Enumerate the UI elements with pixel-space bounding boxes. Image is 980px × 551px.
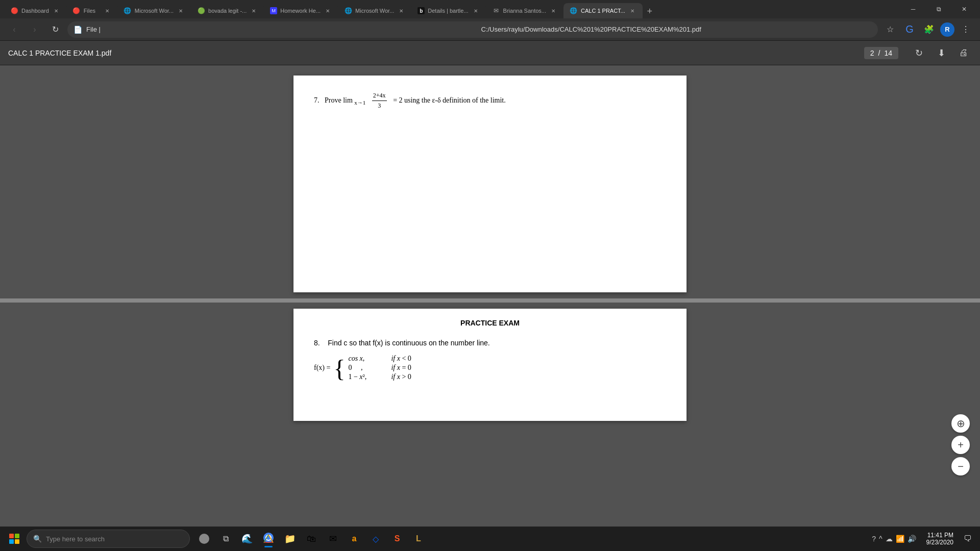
pdf-title: CALC 1 PRACTICE EXAM 1.pdf (8, 49, 864, 57)
pdf-print-button[interactable]: 🖨 (955, 45, 972, 61)
start-icon (9, 534, 19, 544)
tab-calc-close[interactable]: ✕ (628, 7, 636, 15)
swipe-icon: S (395, 534, 400, 543)
zoom-out-button[interactable]: − (951, 457, 970, 475)
tab-homework-close[interactable]: ✕ (324, 7, 332, 15)
forward-button[interactable]: › (27, 21, 43, 38)
tab-bovada-close[interactable]: ✕ (250, 7, 258, 15)
taskbar-apps: ⧉ 🌊 📁 (192, 529, 866, 549)
close-button[interactable]: ✕ (952, 0, 976, 18)
piecewise-row-3: 1 − x², if x > 0 (348, 373, 411, 381)
q7-numerator: 2+4x (372, 91, 387, 101)
q8-number: 8. (314, 339, 326, 347)
taskbar-chrome[interactable] (258, 529, 279, 549)
google-account-icon[interactable]: G (901, 21, 918, 38)
taskbar-search[interactable]: 🔍 Type here to search (27, 530, 190, 548)
volume-icon[interactable]: 🔊 (908, 535, 916, 543)
taskbar-edge[interactable]: 🌊 (237, 529, 257, 549)
tab-bovada[interactable]: 🟢 bovada legit -... ✕ (191, 3, 264, 18)
pdf-download-button[interactable]: ⬇ (933, 45, 949, 61)
tab-brianna-close[interactable]: ✕ (549, 7, 557, 15)
taskbar-store[interactable]: 🛍 (301, 529, 322, 549)
address-bar[interactable]: 📄 File | C:/Users/raylu/Downloads/CALC%2… (67, 21, 878, 38)
tab-calc[interactable]: 🌐 CALC 1 PRACT... ✕ (564, 3, 643, 18)
question-8: 8. Find c so that f(x) is continuous on … (314, 337, 666, 348)
tab-homework[interactable]: M Homework He... ✕ (264, 3, 338, 18)
reload-button[interactable]: ↻ (47, 21, 63, 38)
help-icon[interactable]: ? (872, 535, 876, 543)
zoom-in-button[interactable]: + (951, 436, 970, 454)
start-button[interactable] (4, 529, 24, 549)
msword1-favicon: 🌐 (124, 7, 132, 15)
tab-bovada-label: bovada legit -... (208, 8, 247, 14)
tab-files[interactable]: 🔴 Files ✕ (66, 3, 117, 18)
q7-number: 7. Prove lim (314, 96, 353, 104)
page-divider (0, 298, 980, 303)
new-tab-button[interactable]: + (643, 4, 657, 18)
back-button[interactable]: ‹ (6, 21, 22, 38)
tab-bartleby[interactable]: b Details | bartle... ✕ (411, 3, 485, 18)
tab-msword1[interactable]: 🌐 Microsoft Wor... ✕ (117, 3, 191, 18)
cloud-icon[interactable]: ☁ (886, 535, 893, 543)
extensions-button[interactable]: 🧩 (921, 21, 937, 38)
taskbar-clock[interactable]: 11:41 PM 9/23/2020 (922, 532, 958, 546)
expand-tray-icon[interactable]: ^ (879, 535, 883, 543)
taskbar-taskview[interactable]: ⧉ (215, 529, 236, 549)
user-avatar[interactable]: R (940, 22, 954, 37)
case3-cond: if x > 0 (391, 373, 411, 381)
tab-msword2[interactable]: 🌐 Microsoft Wor... ✕ (338, 3, 411, 18)
pdf-rotate-button[interactable]: ↻ (911, 45, 927, 61)
browser-frame: 🔴 Dashboard ✕ 🔴 Files ✕ 🌐 Microsoft Wor.… (0, 0, 980, 551)
address-protocol: File | (86, 26, 477, 33)
address-url: C:/Users/raylu/Downloads/CALC%201%20PRAC… (481, 26, 872, 33)
piecewise-cases: cos x, if x < 0 0 , if x = 0 1 − x², if … (348, 355, 411, 381)
dashboard-favicon: 🔴 (10, 7, 18, 15)
taskbar-swipe[interactable]: S (387, 529, 407, 549)
msword2-favicon: 🌐 (344, 7, 352, 15)
network-icon[interactable]: 📶 (896, 535, 904, 543)
taskbar-lol[interactable]: L (408, 529, 429, 549)
bookmark-button[interactable]: ☆ (882, 21, 898, 38)
chrome-icon (263, 533, 274, 545)
files-favicon: 🔴 (72, 7, 81, 15)
start-square-2 (15, 534, 19, 538)
page-separator: / (878, 49, 880, 57)
clock-date: 9/23/2020 (926, 539, 953, 546)
tab-brianna[interactable]: ✉ Brianna Santos... ✕ (486, 3, 564, 18)
tab-dashboard-close[interactable]: ✕ (52, 7, 60, 15)
minimize-button[interactable]: ─ (901, 0, 925, 18)
zoom-fit-button[interactable]: ⊕ (951, 414, 970, 433)
tabs-container: 🔴 Dashboard ✕ 🔴 Files ✕ 🌐 Microsoft Wor.… (4, 0, 897, 18)
taskbar-dropbox[interactable]: ◇ (365, 529, 386, 549)
menu-button[interactable]: ⋮ (958, 21, 974, 38)
title-bar: 🔴 Dashboard ✕ 🔴 Files ✕ 🌐 Microsoft Wor.… (0, 0, 980, 18)
restore-button[interactable]: ⧉ (927, 0, 950, 18)
store-icon: 🛍 (307, 534, 316, 544)
taskbar-explorer[interactable]: 📁 (280, 529, 300, 549)
cortana-icon (199, 534, 209, 544)
dropbox-icon: ◇ (373, 534, 379, 544)
start-square-1 (9, 534, 14, 538)
file-protocol-icon: 📄 (74, 26, 82, 34)
tab-brianna-label: Brianna Santos... (503, 8, 546, 14)
tab-dashboard[interactable]: 🔴 Dashboard ✕ (4, 3, 66, 18)
brianna-favicon: ✉ (492, 7, 500, 15)
taskbar-mail[interactable]: ✉ (323, 529, 343, 549)
taskbar-cortana[interactable] (194, 529, 214, 549)
calc-favicon: 🌐 (570, 7, 578, 15)
pdf-pages-scroll[interactable]: 7. Prove lim x→1 2+4x 3 = 2 using the ε-… (0, 65, 980, 527)
notification-button[interactable]: 🗨 (960, 529, 976, 549)
clock-time: 11:41 PM (926, 532, 953, 539)
window-controls: ─ ⧉ ✕ (901, 0, 976, 18)
taskview-icon: ⧉ (223, 534, 229, 543)
piecewise-row-1: cos x, if x < 0 (348, 355, 411, 363)
tab-bartleby-close[interactable]: ✕ (472, 7, 480, 15)
notification-icon: 🗨 (964, 534, 972, 543)
tab-files-close[interactable]: ✕ (103, 7, 111, 15)
taskbar-amazon[interactable]: a (344, 529, 364, 549)
case2-func: 0 , (348, 364, 379, 372)
tab-msword1-label: Microsoft Wor... (135, 8, 174, 14)
tab-msword2-close[interactable]: ✕ (397, 7, 405, 15)
q7-limit-sub: x→1 (354, 99, 365, 106)
tab-msword1-close[interactable]: ✕ (177, 7, 185, 15)
